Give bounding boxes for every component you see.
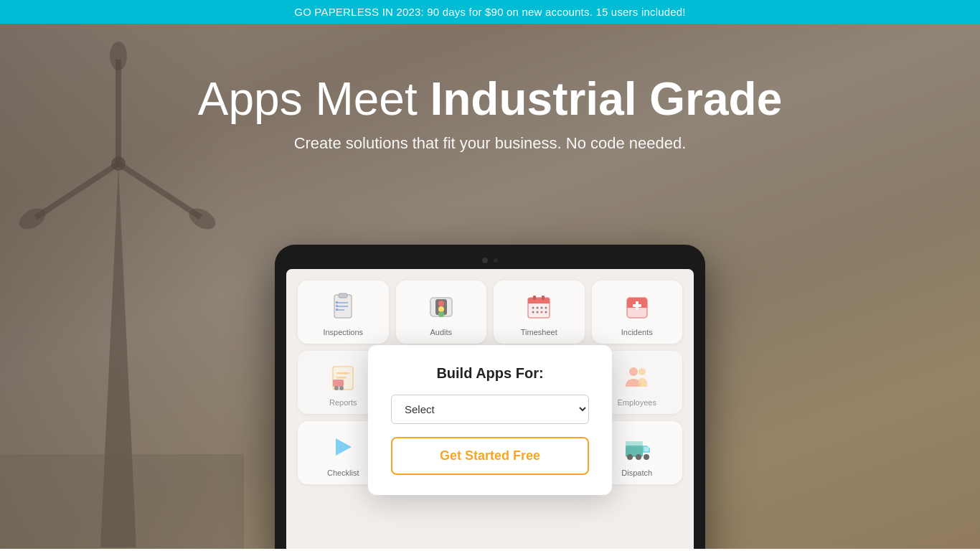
tablet-screen: Inspections xyxy=(286,269,694,549)
hero-title-normal: Apps Meet xyxy=(198,73,430,125)
hero-text-block: Apps Meet Industrial Grade Create soluti… xyxy=(0,74,980,153)
hero-title: Apps Meet Industrial Grade xyxy=(0,74,980,124)
tablet-camera-bar xyxy=(286,258,694,263)
tablet-device: Inspections xyxy=(275,245,705,549)
sensor-dot xyxy=(494,258,498,263)
modal-overlay: Build Apps For: Select Construction Manu… xyxy=(286,269,694,549)
modal-title: Build Apps For: xyxy=(391,365,589,382)
banner-text: GO PAPERLESS IN 2023: 90 days for $90 on… xyxy=(294,6,685,18)
hero-subtitle: Create solutions that fit your business.… xyxy=(0,134,980,153)
tablet-mockup: Inspections xyxy=(275,245,705,549)
modal-dialog: Build Apps For: Select Construction Manu… xyxy=(368,345,612,495)
hero-section: Apps Meet Industrial Grade Create soluti… xyxy=(0,24,980,549)
get-started-button[interactable]: Get Started Free xyxy=(391,437,589,475)
hero-title-bold: Industrial Grade xyxy=(430,73,782,125)
industry-select[interactable]: Select Construction Manufacturing Field … xyxy=(391,395,589,424)
top-banner: GO PAPERLESS IN 2023: 90 days for $90 on… xyxy=(0,0,980,24)
camera-dot xyxy=(482,258,488,263)
